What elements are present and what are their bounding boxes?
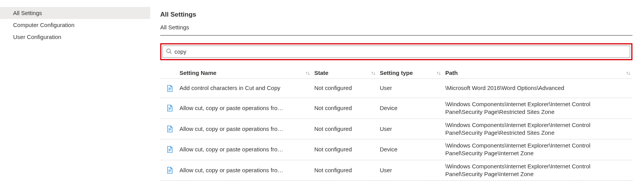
sidebar-item-label: All Settings xyxy=(13,10,42,16)
cell-state: Not configured xyxy=(314,166,380,174)
column-header-state[interactable]: State ↑↓ xyxy=(314,70,380,76)
cell-setting-name: Allow cut, copy or paste operations fro… xyxy=(179,104,314,112)
sort-icon[interactable]: ↑↓ xyxy=(436,70,441,76)
settings-table: Setting Name ↑↓ State ↑↓ Setting type ↑↓… xyxy=(160,67,632,181)
table-row[interactable]: Allow cut, copy or paste operations fro…… xyxy=(160,160,632,181)
main-content: All Settings All Settings Setting Name ↑… xyxy=(150,0,644,195)
cell-setting-type: User xyxy=(380,166,445,174)
cell-path: \Windows Components\Internet Explorer\In… xyxy=(445,163,619,178)
sort-icon[interactable]: ↑↓ xyxy=(371,70,375,76)
cell-state: Not configured xyxy=(314,146,380,153)
svg-line-1 xyxy=(170,52,171,54)
cell-setting-type: User xyxy=(380,84,445,92)
breadcrumb: All Settings xyxy=(160,24,632,31)
cell-setting-name: Add control characters in Cut and Copy xyxy=(179,84,314,92)
sidebar-item-label: User Configuration xyxy=(13,34,61,40)
sidebar-item-label: Computer Configuration xyxy=(13,22,74,28)
table-row[interactable]: Allow cut, copy or paste operations fro…… xyxy=(160,119,632,140)
document-icon xyxy=(160,167,179,174)
cell-state: Not configured xyxy=(314,104,380,112)
document-icon xyxy=(160,146,179,153)
cell-setting-type: User xyxy=(380,125,445,133)
sidebar-item-computer-configuration[interactable]: Computer Configuration xyxy=(0,19,150,31)
cell-setting-type: Device xyxy=(380,146,445,153)
cell-path: \Windows Components\Internet Explorer\In… xyxy=(445,100,619,116)
cell-path: \Windows Components\Internet Explorer\In… xyxy=(445,142,619,158)
column-header-label: Path xyxy=(445,70,615,76)
document-icon xyxy=(160,125,179,132)
column-header-path-sort[interactable]: ↑↓ xyxy=(619,70,632,76)
search-icon xyxy=(166,48,172,56)
cell-setting-name: Allow cut, copy or paste operations fro… xyxy=(179,125,314,133)
table-row[interactable]: Allow cut, copy or paste operations fro…… xyxy=(160,98,632,119)
svg-point-0 xyxy=(167,49,171,53)
sidebar-item-user-configuration[interactable]: User Configuration xyxy=(0,31,150,43)
search-box[interactable] xyxy=(163,46,630,58)
divider xyxy=(160,35,632,36)
search-highlight-box xyxy=(160,43,632,60)
cell-state: Not configured xyxy=(314,125,380,133)
cell-state: Not configured xyxy=(314,84,380,92)
cell-path: \Microsoft Word 2016\Word Options\Advanc… xyxy=(445,84,619,92)
table-row[interactable]: Add control characters in Cut and CopyNo… xyxy=(160,79,632,98)
document-icon xyxy=(160,85,179,92)
sort-icon[interactable]: ↑↓ xyxy=(626,70,630,76)
table-header-row: Setting Name ↑↓ State ↑↓ Setting type ↑↓… xyxy=(160,67,632,79)
document-icon xyxy=(160,105,179,112)
column-header-label: Setting type xyxy=(380,70,436,76)
column-header-setting-type[interactable]: Setting type ↑↓ xyxy=(380,70,445,76)
sort-icon[interactable]: ↑↓ xyxy=(305,70,310,76)
column-header-label: Setting Name xyxy=(179,70,305,76)
column-header-path[interactable]: Path xyxy=(445,70,619,76)
sidebar-item-all-settings[interactable]: All Settings xyxy=(0,7,150,19)
cell-setting-name: Allow cut, copy or paste operations fro… xyxy=(179,146,314,153)
cell-setting-name: Allow cut, copy or paste operations fro… xyxy=(179,166,314,174)
column-header-setting-name[interactable]: Setting Name ↑↓ xyxy=(179,70,314,76)
page-title: All Settings xyxy=(160,11,632,19)
search-input[interactable] xyxy=(172,49,627,55)
sidebar: All Settings Computer Configuration User… xyxy=(0,0,150,195)
cell-path: \Windows Components\Internet Explorer\In… xyxy=(445,121,619,137)
table-row[interactable]: Allow cut, copy or paste operations fro…… xyxy=(160,139,632,160)
cell-setting-type: Device xyxy=(380,104,445,112)
column-header-label: State xyxy=(314,70,371,76)
